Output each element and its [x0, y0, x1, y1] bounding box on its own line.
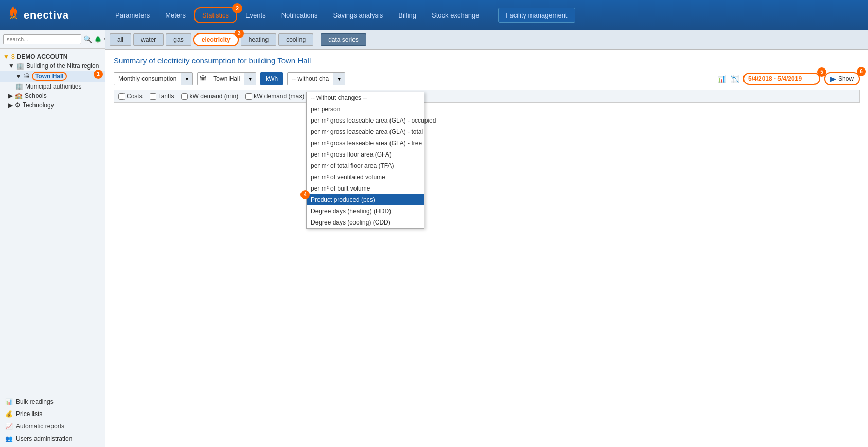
building-dropdown[interactable]: 🏛 Town Hall ▼ — [197, 72, 256, 85]
tree-icon-dollar: $ — [11, 53, 15, 60]
annot-4: 4 — [300, 190, 310, 199]
tree-icon[interactable]: 🌲 — [94, 36, 102, 43]
building-label: Town Hall — [209, 75, 244, 82]
popup-item-2[interactable]: per m² gross leaseable area (GLA) - occu… — [307, 115, 424, 126]
subtab-heating[interactable]: heating — [241, 33, 276, 46]
chart-line-icon[interactable]: 📉 — [730, 75, 739, 83]
annot-3: 3 — [235, 30, 244, 38]
search-input[interactable] — [3, 34, 81, 44]
tab-parameters[interactable]: Parameters — [108, 8, 157, 22]
tree-icon-townhall: 🏛 — [24, 73, 30, 80]
checkbox-tariffs-input[interactable] — [150, 93, 156, 100]
popup-item-11[interactable]: Degree days (cooling) (CDD) — [307, 217, 424, 228]
popup-item-9[interactable]: Product produced (pcs) 4 — [307, 194, 424, 205]
tree-arrow-technology: ▶ — [8, 101, 13, 109]
auto-reports-btn[interactable]: 📈 Automatic reports — [0, 420, 105, 433]
tree-item-townhall[interactable]: ▼ 🏛 Town Hall 1 — [0, 71, 105, 82]
popup-item-9-label: Product produced (pcs) — [311, 196, 375, 203]
consumption-dropdown[interactable]: Monthly consumption ▼ — [114, 72, 193, 85]
unit-button[interactable]: kWh — [260, 72, 283, 85]
tab-statistics[interactable]: Statistics 2 — [194, 7, 237, 23]
bulk-label: Bulk readings — [16, 398, 54, 405]
annot-2: 2 — [232, 3, 242, 13]
tab-notifications[interactable]: Notifications — [274, 8, 325, 22]
tree-label-municipal: Municipal authorities — [25, 83, 81, 90]
tree-label-demo: DEMO ACCOUTN — [17, 53, 68, 60]
date-range-container: 📊 📉 5 ▶ Show 6 — [717, 72, 860, 85]
subtab-electricity[interactable]: electricity 3 — [193, 33, 239, 46]
subtab-dataseries[interactable]: data series — [321, 33, 366, 46]
checkbox-kw-max[interactable]: kW demand (max) — [245, 93, 304, 100]
tab-meters[interactable]: Meters — [158, 8, 193, 22]
tree-icon-municipal: 🏢 — [15, 83, 23, 90]
chart-bar-icon[interactable]: 📊 — [717, 75, 726, 83]
main-layout: 🔍 🌲 ⚙ ❓ ▼ $ DEMO ACCOUTN ▼ 🏢 Building of… — [0, 30, 868, 447]
sub-tabs: all water gas electricity 3 heating cool… — [105, 30, 868, 50]
tree-item-building[interactable]: ▼ 🏢 Building of the Nitra region — [0, 61, 105, 71]
logo-area: enectiva — [5, 5, 108, 25]
popup-item-1[interactable]: per person — [307, 104, 424, 115]
page-title: Summary of electricity consumption for b… — [114, 56, 860, 65]
checkbox-kw-min-input[interactable] — [181, 93, 188, 100]
normalization-popup: -- without changes -- per person per m² … — [306, 92, 424, 229]
tree-item-demo[interactable]: ▼ $ DEMO ACCOUTN — [0, 52, 105, 61]
building-icon: 🏛 — [198, 75, 209, 83]
subtab-cooling[interactable]: cooling — [278, 33, 313, 46]
popup-item-5[interactable]: per m² gross floor area (GFA) — [307, 149, 424, 160]
checkbox-kw-min[interactable]: kW demand (min) — [181, 93, 238, 100]
search-bar: 🔍 🌲 ⚙ ❓ — [0, 30, 105, 49]
subtab-gas[interactable]: gas — [166, 33, 191, 46]
normalization-dropdown[interactable]: -- without cha ▼ — [287, 72, 345, 85]
tab-billing[interactable]: Billing — [391, 8, 423, 22]
tree-item-schools[interactable]: ▶ 🏫 Schools — [0, 91, 105, 100]
popup-item-6[interactable]: per m² of total floor area (TFA) — [307, 160, 424, 171]
tree-label-townhall: Town Hall — [32, 72, 67, 81]
users-label: Users administration — [16, 435, 72, 442]
checkbox-costs[interactable]: Costs — [118, 93, 143, 100]
annot-6: 6 — [857, 67, 866, 76]
tree-icon-demo: ▼ — [3, 53, 9, 60]
reports-label: Automatic reports — [16, 423, 64, 430]
date-range-input[interactable] — [743, 73, 820, 85]
logo-icon — [5, 5, 22, 25]
bulk-readings-btn[interactable]: 📊 Bulk readings — [0, 396, 105, 408]
users-admin-btn[interactable]: 👥 Users administration — [0, 433, 105, 445]
tree-label-technology: Technology — [23, 101, 54, 109]
popup-item-8[interactable]: per m² of built volume — [307, 183, 424, 194]
tree-arrow-schools: ▶ — [8, 92, 13, 99]
checkbox-tariffs[interactable]: Tariffs — [150, 93, 174, 100]
subtab-all[interactable]: all — [110, 33, 131, 46]
tab-events[interactable]: Events — [238, 8, 273, 22]
reports-icon: 📈 — [5, 423, 13, 430]
subtab-water[interactable]: water — [133, 33, 164, 46]
consumption-arrow[interactable]: ▼ — [181, 73, 192, 85]
tab-facility[interactable]: Facility management — [498, 8, 575, 23]
normalization-label: -- without cha — [288, 75, 333, 82]
popup-item-4[interactable]: per m² gross leaseable area (GLA) - free — [307, 137, 424, 149]
content: all water gas electricity 3 heating cool… — [105, 30, 868, 447]
tree-area: ▼ $ DEMO ACCOUTN ▼ 🏢 Building of the Nit… — [0, 49, 105, 393]
normalization-arrow[interactable]: ▼ — [333, 73, 345, 85]
popup-item-0[interactable]: -- without changes -- — [307, 92, 424, 104]
tree-item-municipal[interactable]: 🏢 Municipal authorities — [0, 82, 105, 91]
nav-tabs: Parameters Meters Statistics 2 Events No… — [108, 7, 863, 23]
building-arrow[interactable]: ▼ — [244, 73, 256, 85]
controls-row: Monthly consumption ▼ 🏛 Town Hall ▼ kWh … — [114, 72, 860, 85]
show-button[interactable]: ▶ Show — [824, 72, 860, 85]
tree-item-technology[interactable]: ▶ ⚙ Technology — [0, 100, 105, 110]
price-lists-btn[interactable]: 💰 Price lists — [0, 408, 105, 420]
checkbox-costs-input[interactable] — [118, 93, 125, 100]
header: enectiva Parameters Meters Statistics 2 … — [0, 0, 868, 30]
checkbox-costs-label: Costs — [127, 93, 143, 100]
tab-stock[interactable]: Stock exchange — [424, 8, 487, 22]
logo-text: enectiva — [24, 9, 69, 21]
popup-item-10[interactable]: Degree days (heating) (HDD) — [307, 205, 424, 217]
search-icon[interactable]: 🔍 — [83, 35, 92, 43]
show-label: Show — [838, 75, 854, 82]
users-icon: 👥 — [5, 435, 13, 442]
checkbox-kw-max-input[interactable] — [245, 93, 252, 100]
popup-item-3[interactable]: per m² gross leaseable area (GLA) - tota… — [307, 126, 424, 137]
content-body: Summary of electricity consumption for b… — [105, 50, 868, 447]
popup-item-7[interactable]: per m² of ventilated volume — [307, 171, 424, 183]
tab-savings[interactable]: Savings analysis — [326, 8, 391, 22]
